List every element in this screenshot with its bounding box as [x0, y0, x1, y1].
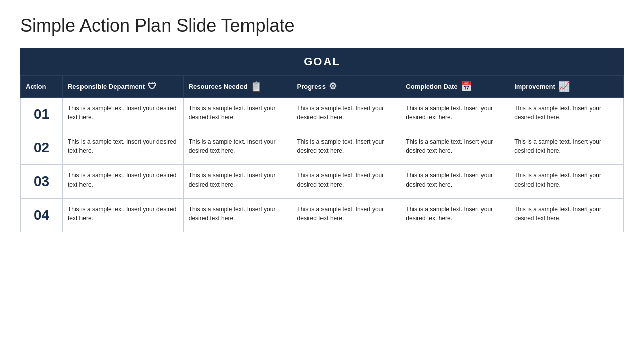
col-header-date: Completion Date 📅	[400, 76, 509, 98]
page-title: Simple Action Plan Slide Template	[20, 15, 624, 36]
action-number: 01	[21, 98, 63, 131]
table-row: 04This is a sample text. Insert your des…	[21, 199, 624, 232]
col-date-label: Completion Date	[406, 83, 457, 90]
action-number: 03	[21, 165, 63, 199]
table-row: 01This is a sample text. Insert your des…	[21, 98, 624, 131]
cell-dept: This is a sample text. Insert your desir…	[62, 98, 183, 131]
cell-improvement: This is a sample text. Insert your desir…	[509, 98, 624, 131]
col-header-improvement: Improvement 📈	[509, 76, 624, 98]
col-resources-label: Resources Needed	[189, 83, 248, 90]
table-body: 01This is a sample text. Insert your des…	[21, 98, 624, 232]
cell-progress: This is a sample text. Insert your desir…	[292, 131, 400, 165]
shield-icon: 🛡	[148, 81, 157, 92]
cell-dept: This is a sample text. Insert your desir…	[62, 199, 183, 232]
cell-progress: This is a sample text. Insert your desir…	[292, 199, 400, 232]
cell-progress: This is a sample text. Insert your desir…	[292, 165, 400, 199]
improvement-icon: 📈	[558, 81, 570, 92]
table-container: GOAL Action Responsible Department 🛡	[20, 48, 624, 232]
col-header-action: Action	[21, 76, 63, 98]
action-number: 04	[21, 199, 63, 232]
goal-header: GOAL	[20, 48, 624, 75]
cell-improvement: This is a sample text. Insert your desir…	[509, 131, 624, 165]
col-header-dept: Responsible Department 🛡	[62, 76, 183, 98]
cell-dept: This is a sample text. Insert your desir…	[62, 131, 183, 165]
cell-date: This is a sample text. Insert your desir…	[400, 98, 509, 131]
cell-resources: This is a sample text. Insert your desir…	[183, 165, 292, 199]
cell-resources: This is a sample text. Insert your desir…	[183, 98, 292, 131]
calendar-icon: 📅	[461, 81, 472, 92]
col-header-progress: Progress ⚙	[292, 76, 400, 98]
col-improvement-label: Improvement	[514, 83, 555, 90]
cell-resources: This is a sample text. Insert your desir…	[183, 199, 292, 232]
table-row: 03This is a sample text. Insert your des…	[21, 165, 624, 199]
progress-icon: ⚙	[329, 81, 337, 92]
table-row: 02This is a sample text. Insert your des…	[21, 131, 624, 165]
col-progress-label: Progress	[297, 83, 326, 90]
cell-date: This is a sample text. Insert your desir…	[400, 131, 509, 165]
col-dept-label: Responsible Department	[68, 83, 145, 90]
table-header-row: Action Responsible Department 🛡 Resource…	[21, 76, 624, 98]
cell-improvement: This is a sample text. Insert your desir…	[509, 199, 624, 232]
cell-dept: This is a sample text. Insert your desir…	[62, 165, 183, 199]
cell-date: This is a sample text. Insert your desir…	[400, 165, 509, 199]
cell-improvement: This is a sample text. Insert your desir…	[509, 165, 624, 199]
cell-resources: This is a sample text. Insert your desir…	[183, 131, 292, 165]
col-action-label: Action	[26, 83, 46, 90]
col-header-resources: Resources Needed 📋	[183, 76, 292, 98]
resources-icon: 📋	[251, 81, 262, 92]
cell-progress: This is a sample text. Insert your desir…	[292, 98, 400, 131]
cell-date: This is a sample text. Insert your desir…	[400, 199, 509, 232]
action-number: 02	[21, 131, 63, 165]
action-plan-table: Action Responsible Department 🛡 Resource…	[20, 75, 624, 232]
